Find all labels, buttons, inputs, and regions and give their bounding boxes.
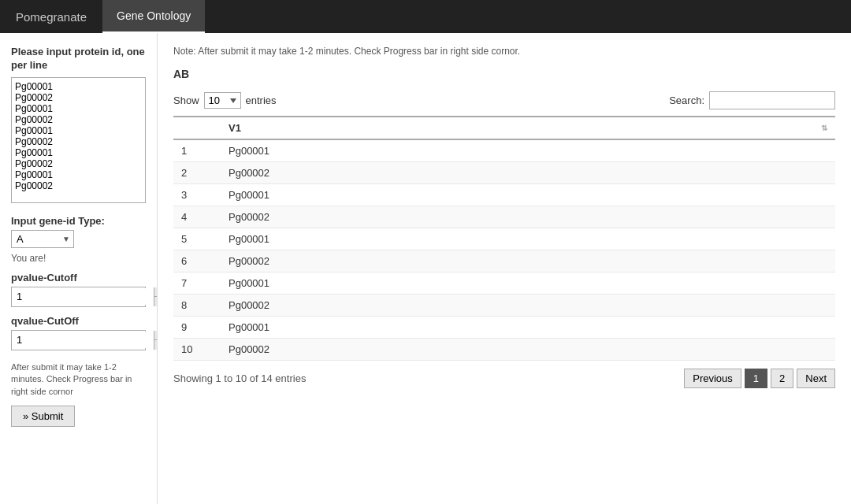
table-row: 4 Pg00002	[173, 206, 835, 228]
search-label: Search:	[669, 94, 704, 106]
table-row: 9 Pg00001	[173, 317, 835, 339]
cell-v1: Pg00002	[221, 339, 835, 361]
gene-id-select[interactable]: A B C	[11, 230, 74, 248]
showing-text: Showing 1 to 10 of 14 entries	[173, 372, 306, 384]
dataset-label: AB	[173, 68, 835, 80]
navbar: Pomegranate Gene Ontology	[0, 0, 851, 33]
table-footer: Showing 1 to 10 of 14 entries Previous 1…	[173, 369, 835, 388]
qvalue-input[interactable]: 1	[12, 332, 154, 348]
cell-index: 2	[173, 162, 221, 184]
protein-id-input[interactable]: Pg00001 Pg00002 Pg00001 Pg00002 Pg00001 …	[11, 77, 146, 203]
sidebar: Please input protein id, one per line Pg…	[0, 33, 158, 504]
cell-index: 4	[173, 206, 221, 228]
table-row: 3 Pg00001	[173, 184, 835, 206]
cell-index: 10	[173, 339, 221, 361]
qvalue-cutoff-label: qvalue-CutOff	[11, 315, 146, 327]
table-row: 6 Pg00002	[173, 250, 835, 272]
navbar-tab-gene-ontology[interactable]: Gene Ontology	[102, 0, 205, 33]
cell-index: 5	[173, 228, 221, 250]
pagination: Previous 1 2 Next	[684, 369, 835, 388]
table-row: 7 Pg00001	[173, 272, 835, 295]
previous-button[interactable]: Previous	[684, 369, 741, 388]
app-layout: Please input protein id, one per line Pg…	[0, 33, 851, 504]
cell-v1: Pg00002	[221, 295, 835, 317]
cell-v1: Pg00001	[221, 317, 835, 339]
navbar-brand: Pomegranate	[0, 0, 102, 33]
cell-v1: Pg00001	[221, 228, 835, 250]
pvalue-input[interactable]: 1	[12, 288, 154, 305]
cell-index: 7	[173, 272, 221, 295]
main-content: Note: After submit it may take 1-2 minut…	[158, 33, 851, 504]
pvalue-spinbox: 1 ▲ ▼	[11, 287, 146, 307]
table-row: 10 Pg00002	[173, 339, 835, 361]
entries-label: entries	[246, 94, 277, 106]
data-table: V1 ⇅ 1 Pg00001 2 Pg00002 3 Pg00001 4 Pg0…	[173, 116, 835, 361]
gene-id-type-label: Input gene-id Type:	[11, 215, 146, 227]
cell-v1: Pg00001	[221, 184, 835, 206]
table-row: 5 Pg00001	[173, 228, 835, 250]
gene-id-select-wrapper: A B C ▼	[11, 230, 74, 248]
cell-v1: Pg00002	[221, 250, 835, 272]
qvalue-spinbox: 1 ▲ ▼	[11, 330, 146, 350]
next-button[interactable]: Next	[797, 369, 835, 388]
cell-index: 9	[173, 317, 221, 339]
main-note: Note: After submit it may take 1-2 minut…	[173, 46, 835, 57]
page-1-button[interactable]: 1	[745, 369, 767, 388]
page-2-button[interactable]: 2	[771, 369, 793, 388]
table-row: 1 Pg00001	[173, 139, 835, 162]
cell-index: 1	[173, 139, 221, 162]
cell-v1: Pg00002	[221, 162, 835, 184]
cell-v1: Pg00001	[221, 139, 835, 162]
cell-v1: Pg00002	[221, 206, 835, 228]
show-entries: Show 10 25 50 100 entries	[173, 92, 277, 109]
entries-select[interactable]: 10 25 50 100	[204, 92, 241, 109]
col-header-v1[interactable]: V1 ⇅	[221, 117, 835, 139]
table-row: 8 Pg00002	[173, 295, 835, 317]
table-row: 2 Pg00002	[173, 162, 835, 184]
cell-v1: Pg00001	[221, 272, 835, 295]
cell-index: 8	[173, 295, 221, 317]
sort-icon: ⇅	[821, 124, 827, 132]
submit-button[interactable]: » Submit	[11, 406, 75, 427]
search-area: Search:	[669, 91, 835, 109]
cell-index: 6	[173, 250, 221, 272]
table-controls: Show 10 25 50 100 entries Search:	[173, 91, 835, 109]
search-input[interactable]	[709, 91, 835, 109]
you-are-label: You are!	[11, 253, 146, 264]
sidebar-note: After submit it may take 1-2 minutes. Ch…	[11, 361, 146, 398]
col-header-index	[173, 117, 221, 139]
pvalue-cutoff-label: pvalue-Cutoff	[11, 272, 146, 284]
show-label: Show	[173, 94, 199, 106]
protein-input-label: Please input protein id, one per line	[11, 46, 146, 72]
cell-index: 3	[173, 184, 221, 206]
